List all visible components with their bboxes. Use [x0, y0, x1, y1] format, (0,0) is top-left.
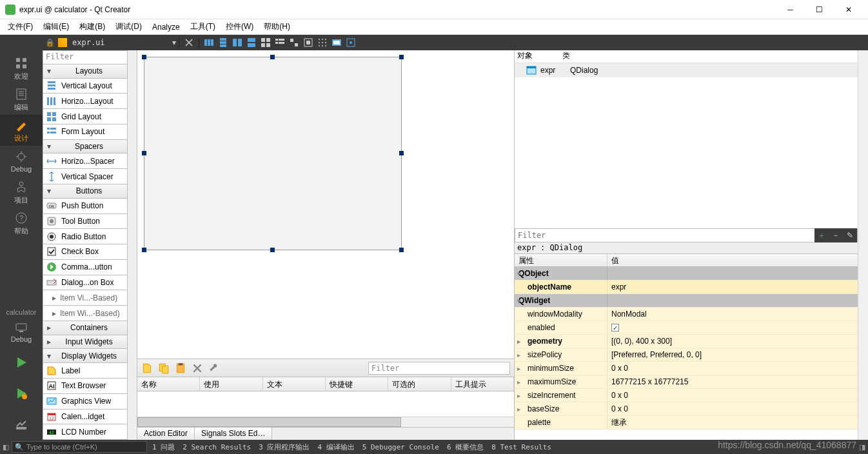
- mode-edit[interactable]: 编辑: [0, 84, 43, 115]
- configure-icon[interactable]: [208, 362, 220, 374]
- remove-property-icon[interactable]: －: [829, 228, 843, 242]
- menu-debug[interactable]: 调试(D): [110, 19, 147, 34]
- break-layout-icon[interactable]: [288, 37, 300, 48]
- action-filter[interactable]: Filter: [368, 362, 510, 375]
- build-button[interactable]: [0, 409, 43, 440]
- widget-form-layout[interactable]: Form Layout: [43, 124, 128, 140]
- menu-build[interactable]: 构建(B): [74, 19, 110, 34]
- resize-handle[interactable]: [399, 151, 404, 155]
- prop-col-value[interactable]: 值: [607, 254, 858, 266]
- widget-lcd-number[interactable]: 42LCD Number: [43, 424, 128, 440]
- menu-tools[interactable]: 工具(T): [185, 19, 221, 34]
- widget-check-box[interactable]: Check Box: [43, 244, 128, 260]
- output-tests[interactable]: 8 Test Results: [489, 443, 554, 451]
- property-editor[interactable]: ▾QObjectobjectNameexpr▾QWidgetwindowModa…: [515, 267, 858, 440]
- configure-property-icon[interactable]: ✎: [843, 228, 857, 242]
- open-file-name[interactable]: expr.ui: [70, 38, 108, 47]
- objtree-col-class[interactable]: 类: [562, 50, 570, 63]
- toggle-right-sidebar-icon[interactable]: ◨: [859, 443, 865, 451]
- add-property-icon[interactable]: ＋: [814, 228, 829, 242]
- toggle-sidebar-icon[interactable]: ◧: [3, 443, 9, 451]
- kit-selector[interactable]: Debug: [0, 316, 43, 347]
- minimize-button[interactable]: ─: [776, 1, 805, 19]
- widget-graphics-view[interactable]: Graphics View: [43, 394, 128, 410]
- resize-handle[interactable]: [399, 248, 404, 252]
- widgetbox-filter[interactable]: Filter: [43, 50, 128, 64]
- output-compile[interactable]: 4 编译输出: [315, 442, 357, 452]
- adjust-size-icon[interactable]: [302, 37, 314, 48]
- menu-help[interactable]: 帮助(H): [259, 19, 295, 34]
- design-canvas-area[interactable]: [137, 50, 514, 359]
- menu-file[interactable]: 文件(F): [3, 19, 38, 34]
- close-button[interactable]: ✕: [834, 1, 863, 19]
- property-row[interactable]: ▸sizeIncrement0 x 0: [515, 389, 858, 402]
- grid-toggle-icon[interactable]: [317, 37, 328, 48]
- widget-calendar[interactable]: 12Calen...idget: [43, 410, 128, 425]
- output-search[interactable]: 2 Search Results: [180, 443, 253, 451]
- mode-welcome[interactable]: 欢迎: [0, 53, 43, 84]
- property-row[interactable]: ▸sizePolicy[Preferred, Preferred, 0, 0]: [515, 348, 858, 362]
- prop-col-name[interactable]: 属性: [515, 254, 607, 266]
- widget-push-button[interactable]: OKPush Button: [43, 199, 128, 214]
- tab-action-editor[interactable]: Action Editor: [137, 428, 195, 440]
- mode-projects[interactable]: 项目: [0, 177, 43, 208]
- maximize-button[interactable]: ☐: [805, 1, 834, 19]
- property-row[interactable]: windowModalityNonModal: [515, 308, 858, 321]
- menu-analyze[interactable]: Analyze: [147, 21, 185, 34]
- section-layouts[interactable]: ▾Layouts: [43, 64, 128, 79]
- section-spacers[interactable]: ▾Spacers: [43, 140, 128, 154]
- run-debug-button[interactable]: [0, 378, 43, 409]
- resize-handle[interactable]: [270, 248, 275, 252]
- output-debugger[interactable]: 5 Debugger Console: [360, 443, 442, 451]
- widget-command-link-button[interactable]: Comma...utton: [43, 260, 128, 275]
- widget-dialog-button-box[interactable]: Dialog...on Box: [43, 275, 128, 291]
- action-list[interactable]: [137, 391, 514, 417]
- file-dropdown-icon[interactable]: ▾: [172, 38, 176, 47]
- property-row[interactable]: palette继承: [515, 416, 858, 429]
- property-row[interactable]: ▾QObject: [515, 267, 858, 281]
- resize-handle[interactable]: [270, 55, 275, 59]
- property-filter[interactable]: [515, 230, 814, 241]
- resize-handle[interactable]: [142, 55, 146, 59]
- section-display-widgets[interactable]: ▾Display Widgets: [43, 349, 128, 363]
- widget-horizontal-spacer[interactable]: Horizo...Spacer: [43, 153, 128, 169]
- resize-handle[interactable]: [142, 151, 146, 155]
- layout-h-icon[interactable]: [203, 37, 215, 48]
- right-scrollbar[interactable]: [858, 50, 868, 440]
- property-row[interactable]: ▸maximumSize16777215 x 16777215: [515, 375, 858, 389]
- resize-handle[interactable]: [399, 55, 404, 59]
- layout-form-icon[interactable]: [274, 37, 286, 48]
- widget-vertical-layout[interactable]: Vertical Layout: [43, 79, 128, 94]
- widget-grid-layout[interactable]: Grid Layout: [43, 109, 128, 124]
- property-row[interactable]: ▾QWidget: [515, 294, 858, 308]
- new-action-icon[interactable]: [141, 362, 153, 374]
- section-input-widgets[interactable]: ▸Input Widgets: [43, 335, 128, 350]
- mode-design[interactable]: 设计: [0, 115, 43, 146]
- kit-name[interactable]: calculator: [6, 308, 36, 316]
- widget-tool-button[interactable]: Tool Button: [43, 214, 128, 230]
- locator-input[interactable]: 🔍Type to locate (Ctrl+K): [12, 441, 147, 453]
- widget-label[interactable]: Label: [43, 363, 128, 379]
- menu-edit[interactable]: 编辑(E): [38, 19, 74, 34]
- property-row[interactable]: ▸geometry[(0, 0), 400 x 300]: [515, 335, 858, 348]
- layout-grid-icon[interactable]: [260, 37, 271, 48]
- copy-action-icon[interactable]: [158, 362, 170, 374]
- form-canvas[interactable]: [144, 57, 402, 250]
- output-app[interactable]: 3 应用程序输出: [256, 442, 312, 452]
- edit-widgets-icon[interactable]: [345, 37, 357, 48]
- mode-help[interactable]: ?帮助: [0, 208, 43, 239]
- delete-action-icon[interactable]: [192, 362, 203, 374]
- mode-debug[interactable]: Debug: [0, 146, 43, 177]
- tab-signals-slots[interactable]: Signals Slots Ed…: [195, 428, 272, 440]
- layout-hsplit-icon[interactable]: [232, 37, 243, 48]
- layout-v-icon[interactable]: [217, 37, 229, 48]
- widget-text-browser[interactable]: AIText Browser: [43, 379, 128, 394]
- menu-widgets[interactable]: 控件(W): [221, 19, 259, 34]
- property-row[interactable]: ▸minimumSize0 x 0: [515, 362, 858, 375]
- run-button[interactable]: [0, 347, 43, 378]
- action-hscrollbar[interactable]: [137, 417, 514, 427]
- output-issues[interactable]: 1 问题: [150, 442, 177, 452]
- section-containers[interactable]: ▸Containers: [43, 321, 128, 335]
- section-itemviews-model[interactable]: ▸Item Vi...-Based): [43, 290, 128, 306]
- section-buttons[interactable]: ▾Buttons: [43, 184, 128, 199]
